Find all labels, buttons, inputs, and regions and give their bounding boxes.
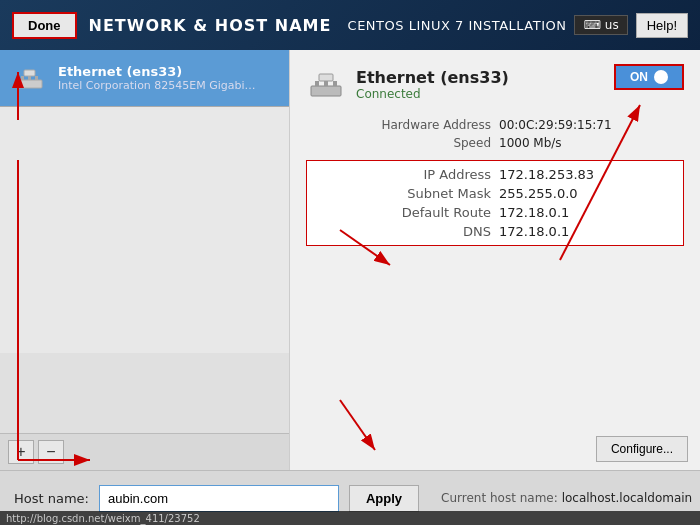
url-bar: http://blog.csdn.net/weixm_411/23752 (0, 511, 700, 525)
network-list: Ethernet (ens33) Intel Corporation 82545… (0, 50, 289, 353)
default-route-row: Default Route 172.18.0.1 (315, 203, 675, 222)
default-route-value: 172.18.0.1 (499, 205, 675, 220)
host-name-label: Host name: (14, 491, 89, 506)
network-item-info: Ethernet (ens33) Intel Corporation 82545… (58, 64, 277, 92)
svg-rect-3 (35, 76, 38, 80)
url-text: http://blog.csdn.net/weixm_411/23752 (6, 513, 200, 524)
svg-rect-10 (319, 74, 333, 81)
speed-row: Speed 1000 Mb/s (306, 134, 684, 152)
network-item[interactable]: Ethernet (ens33) Intel Corporation 82545… (0, 50, 289, 107)
list-controls: + − (0, 433, 289, 470)
eth-name: Ethernet (ens33) (356, 68, 509, 87)
remove-network-button[interactable]: − (38, 440, 64, 464)
toggle-on-button[interactable]: ON (614, 64, 684, 90)
keyboard-badge[interactable]: ⌨ us (574, 15, 627, 35)
header-left: Done NETWORK & HOST NAME (12, 12, 331, 39)
speed-value: 1000 Mb/s (499, 136, 684, 150)
svg-rect-4 (24, 70, 35, 76)
subnet-mask-row: Subnet Mask 255.255.0.0 (315, 184, 675, 203)
keyboard-lang: us (605, 18, 619, 32)
network-details-box: IP Address 172.18.253.83 Subnet Mask 255… (306, 160, 684, 246)
main-content: Ethernet (ens33) Intel Corporation 82545… (0, 50, 700, 470)
right-header: Ethernet (ens33) Connected ON (306, 64, 684, 104)
eth-status: Connected (356, 87, 509, 101)
current-host-value: localhost.localdomain (562, 491, 693, 505)
hardware-address-label: Hardware Address (306, 118, 499, 132)
current-host-label: Current host name: localhost.localdomain (441, 491, 692, 505)
speed-label: Speed (306, 136, 499, 150)
subnet-mask-label: Subnet Mask (315, 186, 499, 201)
host-name-input[interactable] (99, 485, 339, 512)
ethernet-icon (12, 60, 48, 96)
header: Done NETWORK & HOST NAME CENTOS LINUX 7 … (0, 0, 700, 50)
left-panel: Ethernet (ens33) Intel Corporation 82545… (0, 50, 290, 470)
eth-info: Ethernet (ens33) Connected (306, 64, 509, 104)
svg-rect-0 (18, 80, 42, 88)
svg-rect-6 (311, 86, 341, 96)
toggle-on-label: ON (630, 70, 648, 84)
hardware-address-value: 00:0C:29:59:15:71 (499, 118, 684, 132)
dns-value: 172.18.0.1 (499, 224, 675, 239)
right-panel: Ethernet (ens33) Connected ON Hardware A… (290, 50, 700, 470)
toggle-slider (654, 70, 668, 84)
subnet-mask-value: 255.255.0.0 (499, 186, 675, 201)
configure-button[interactable]: Configure... (596, 436, 688, 462)
page-title: NETWORK & HOST NAME (89, 16, 332, 35)
dns-label: DNS (315, 224, 499, 239)
ip-address-label: IP Address (315, 167, 499, 182)
svg-rect-1 (21, 76, 24, 80)
network-item-desc: Intel Corporation 82545EM Gigabit Ethern… (58, 79, 258, 92)
centos-title: CENTOS LINUX 7 INSTALLATION (348, 18, 567, 33)
eth-icon (306, 64, 346, 104)
hardware-address-row: Hardware Address 00:0C:29:59:15:71 (306, 116, 684, 134)
svg-rect-7 (315, 81, 319, 86)
ip-address-value: 172.18.253.83 (499, 167, 675, 182)
eth-name-status: Ethernet (ens33) Connected (356, 68, 509, 101)
default-route-label: Default Route (315, 205, 499, 220)
svg-rect-9 (333, 81, 337, 86)
ip-address-row: IP Address 172.18.253.83 (315, 165, 675, 184)
add-network-button[interactable]: + (8, 440, 34, 464)
dns-row: DNS 172.18.0.1 (315, 222, 675, 241)
keyboard-icon: ⌨ (583, 18, 600, 32)
network-info-table: Hardware Address 00:0C:29:59:15:71 Speed… (306, 116, 684, 152)
header-right: CENTOS LINUX 7 INSTALLATION ⌨ us Help! (348, 13, 688, 38)
help-button[interactable]: Help! (636, 13, 688, 38)
done-button[interactable]: Done (12, 12, 77, 39)
network-item-name: Ethernet (ens33) (58, 64, 277, 79)
apply-button[interactable]: Apply (349, 485, 419, 512)
